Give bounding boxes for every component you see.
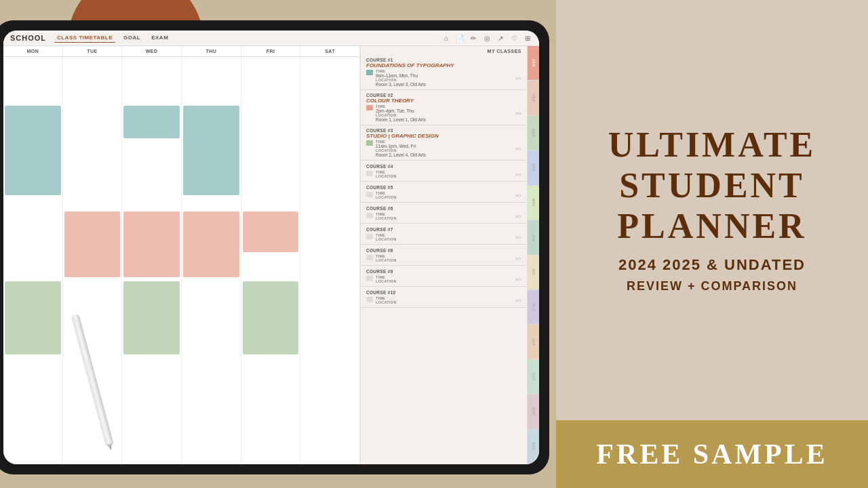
course-5-number: COURSE #5 <box>366 185 393 190</box>
toolbar-icons: ⌂ 📄 ✏ ◎ ↗ ♡ ⊞ <box>441 33 532 43</box>
tab-class-timetable[interactable]: CLASS TIMETABLE <box>54 33 115 43</box>
course-3-dot <box>366 140 373 146</box>
course-2-number: COURSE #2 <box>366 93 393 98</box>
course-8-info: TIME LOCATION <box>376 254 513 262</box>
month-tab-nov[interactable]: NOV <box>528 394 539 429</box>
home-icon[interactable]: ⌂ <box>441 33 451 43</box>
month-tab-mar[interactable]: MAR <box>528 116 539 150</box>
file-icon[interactable]: 📄 <box>455 33 465 43</box>
month-tab-jul[interactable]: JUL <box>528 256 539 290</box>
course-item-8[interactable]: COURSE #8 TIME LOCATION >> <box>361 245 527 266</box>
course-6-dot <box>366 213 373 218</box>
grid-icon[interactable]: ⊞ <box>523 33 532 43</box>
course-2-loc-value: Room 1, Level 1, Old Arts <box>376 117 513 122</box>
tablet-shell: SCHOOL CLASS TIMETABLE GOAL EXAM ⌂ 📄 ✏ ◎… <box>0 20 549 474</box>
course-4-info: TIME LOCATION <box>376 170 513 178</box>
month-tab-jan[interactable]: JAN <box>528 46 539 81</box>
course-1-dot <box>366 70 373 75</box>
course-2-arrow[interactable]: >> <box>515 110 521 117</box>
month-tabs: JAN FEB MAR APR MAY JUN JUL AUG SEP OCT … <box>527 46 539 464</box>
title-line-3: PLANNER <box>617 209 806 244</box>
right-bottom: FREE SAMPLE <box>556 420 868 488</box>
course-3-name: STUDIO | GRAPHIC DESIGN <box>366 133 439 139</box>
course-9-number: COURSE #9 <box>366 269 393 274</box>
tue-column <box>63 57 123 464</box>
course-3-arrow[interactable]: >> <box>515 146 521 152</box>
course-1-arrow[interactable]: >> <box>515 75 521 81</box>
course-1-number: COURSE #1 <box>366 58 393 62</box>
wed-column <box>122 57 182 464</box>
course-10-info: TIME LOCATION <box>376 296 513 304</box>
course-4-number: COURSE #4 <box>366 164 393 169</box>
course-3-loc-value: Room 2, Level 4, Old Arts <box>376 152 513 157</box>
course-3-number: COURSE #3 <box>366 128 393 133</box>
calendar-header: MON TUE WED THU FRI SAT <box>3 46 360 57</box>
month-tab-oct[interactable]: OCT <box>528 360 539 394</box>
course-item-4[interactable]: COURSE #4 TIME LOCATION >> <box>361 161 527 182</box>
day-sat: SAT <box>300 46 360 56</box>
course-item-1[interactable]: COURSE #1 FOUNDATIONS OF TYPOGRAPHY TIME… <box>361 55 527 90</box>
course-3-info: TIME 11am-1pm, Wed, Fri LOCATION Room 2,… <box>376 140 513 157</box>
course-10-arrow[interactable]: >> <box>515 298 521 304</box>
pen-icon[interactable]: ✏ <box>469 33 478 43</box>
tab-goal[interactable]: GOAL <box>121 33 143 43</box>
course-8-dot <box>366 255 373 260</box>
month-tab-dec[interactable]: DEC <box>528 430 539 464</box>
month-tab-sep[interactable]: SEP <box>528 325 539 359</box>
course-9-arrow[interactable]: >> <box>515 277 521 283</box>
right-panel: ULTIMATE STUDENT PLANNER 2024 2025 & UND… <box>556 0 868 488</box>
course-item-2[interactable]: COURSE #2 COLOUR THEORY TIME 2pm-4pm, Tu… <box>361 90 527 125</box>
month-tab-jun[interactable]: JUN <box>528 220 539 255</box>
day-fri: FRI <box>241 46 301 56</box>
tab-exam[interactable]: EXAM <box>149 33 171 43</box>
course-6-number: COURSE #6 <box>366 206 393 211</box>
share-icon[interactable]: ↗ <box>496 33 505 43</box>
month-tab-apr[interactable]: APR <box>528 150 539 185</box>
course-item-9[interactable]: COURSE #9 TIME LOCATION >> <box>361 266 527 287</box>
course-4-arrow[interactable]: >> <box>515 171 521 178</box>
subtitle-text: 2024 2025 & UNDATED <box>618 256 806 274</box>
tablet-content: MON TUE WED THU FRI SAT <box>3 46 539 464</box>
month-tab-feb[interactable]: FEB <box>528 81 539 115</box>
month-tab-may[interactable]: MAY <box>528 186 539 220</box>
course-5-arrow[interactable]: >> <box>515 192 521 199</box>
course-2-info: TIME 2pm-4pm, Tue, Thu LOCATION Room 1, … <box>376 104 513 122</box>
course-7-arrow[interactable]: >> <box>515 235 521 241</box>
course-item-7[interactable]: COURSE #7 TIME LOCATION >> <box>361 224 527 245</box>
nav-tabs: CLASS TIMETABLE GOAL EXAM <box>54 33 171 43</box>
course-1-time-value: 9am-11am, Mon, Thu <box>376 73 513 78</box>
free-sample-text: FREE SAMPLE <box>596 438 828 470</box>
course-item-6[interactable]: COURSE #6 TIME LOCATION >> <box>361 203 527 224</box>
calendar-area: MON TUE WED THU FRI SAT <box>3 46 361 464</box>
title-line-1: ULTIMATE <box>608 127 816 163</box>
day-mon: MON <box>3 46 63 56</box>
comparison-text: REVIEW + COMPARISON <box>627 279 797 293</box>
day-wed: WED <box>122 46 182 56</box>
course-1-info: TIME 9am-11am, Mon, Thu LOCATION Room 3,… <box>376 69 513 87</box>
tablet-top-bar: SCHOOL CLASS TIMETABLE GOAL EXAM ⌂ 📄 ✏ ◎… <box>3 30 539 46</box>
title-line-2: STUDENT <box>619 168 805 203</box>
course-3-time-value: 11am-1pm, Wed, Fri <box>376 144 513 148</box>
course-9-dot <box>366 276 373 281</box>
course-9-info: TIME LOCATION <box>376 275 513 283</box>
course-item-3[interactable]: COURSE #3 STUDIO | GRAPHIC DESIGN TIME 1… <box>361 125 527 161</box>
day-thu: THU <box>182 46 241 56</box>
calendar-body <box>3 57 360 464</box>
course-8-arrow[interactable]: >> <box>515 256 521 262</box>
month-tab-aug[interactable]: AUG <box>528 290 539 325</box>
course-1-loc-value: Room 3, Level 3, Old Arts <box>376 82 513 87</box>
sat-column <box>300 57 360 464</box>
course-8-number: COURSE #8 <box>366 248 393 253</box>
course-item-5[interactable]: COURSE #5 TIME LOCATION >> <box>361 182 527 203</box>
course-6-arrow[interactable]: >> <box>515 214 521 220</box>
right-top: ULTIMATE STUDENT PLANNER 2024 2025 & UND… <box>556 0 868 420</box>
course-5-info: TIME LOCATION <box>376 191 513 199</box>
course-item-10[interactable]: COURSE #10 TIME LOCATION >> <box>361 287 527 308</box>
day-tue: TUE <box>63 46 123 56</box>
course-10-number: COURSE #10 <box>366 290 395 295</box>
course-7-dot <box>366 234 373 239</box>
heart-icon[interactable]: ♡ <box>509 33 519 43</box>
eye-icon[interactable]: ◎ <box>482 33 492 43</box>
course-4-dot <box>366 171 373 176</box>
course-2-dot <box>366 105 373 110</box>
